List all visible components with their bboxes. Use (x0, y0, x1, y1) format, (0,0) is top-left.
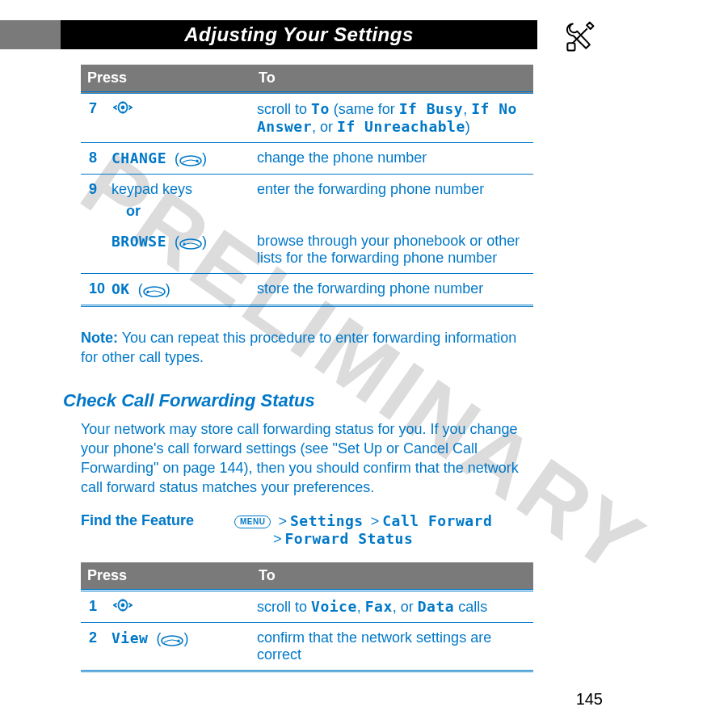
press-cell: View ( ) (107, 622, 252, 671)
table-row: 2 View ( ) confirm that the network sett… (81, 622, 533, 671)
menu-item: Fax (365, 598, 393, 615)
to-cell: change the phone number (252, 143, 533, 175)
press-cell: OK ( ) (107, 274, 252, 306)
to-cell: confirm that the network settings are co… (252, 622, 533, 671)
svg-point-3 (122, 106, 124, 108)
menu-item: Voice (311, 598, 357, 615)
find-the-feature: Find the Feature MENU >Settings >Call Fo… (81, 512, 533, 548)
steps-table-1: Press To 7 (81, 65, 533, 307)
page-number: 145 (576, 690, 603, 709)
gt: > (270, 531, 285, 547)
menu-item: Call Forward (382, 512, 492, 529)
softkey-left-icon (143, 284, 166, 296)
step-number: 8 (81, 143, 107, 175)
press-cell (107, 590, 252, 622)
col-press: Press (81, 562, 252, 591)
softkey-right-icon (161, 633, 183, 645)
text: scroll to (257, 599, 311, 615)
body-text: Your network may store call forwarding s… (81, 419, 533, 498)
step-number: 10 (81, 274, 107, 306)
text: , or (393, 599, 418, 615)
text: calls (454, 599, 487, 615)
table-row: 7 (81, 93, 533, 143)
menu-item: If Busy (399, 100, 463, 117)
svg-point-13 (178, 639, 180, 642)
step-number: 1 (81, 590, 107, 622)
nav-key-icon (112, 599, 134, 616)
note-text: You can repeat this procedure to enter f… (81, 330, 516, 365)
text: ) (465, 119, 470, 135)
menu-item: Data (418, 598, 454, 615)
ftf-path: MENU >Settings >Call Forward >Forward St… (234, 512, 492, 548)
menu-key-icon: MENU (234, 515, 271, 528)
col-to: To (252, 65, 533, 93)
text: (same for (330, 101, 399, 117)
gt: > (275, 513, 290, 529)
steps-table-2: Press To 1 (81, 562, 533, 672)
to-cell: store the forwarding phone number (252, 274, 533, 306)
press-cell: BROWSE ( ) (107, 226, 252, 274)
menu-item: Settings (290, 512, 364, 529)
softkey-label: OK (112, 280, 130, 297)
svg-point-5 (196, 160, 198, 162)
softkey-label: CHANGE (112, 149, 166, 166)
step-number: 7 (81, 93, 107, 143)
ftf-label: Find the Feature (81, 512, 234, 548)
or-label: or (112, 198, 247, 220)
table-row: 1 (81, 590, 533, 622)
svg-point-11 (122, 604, 124, 606)
press-cell: keypad keys or (107, 175, 252, 227)
col-to: To (252, 562, 533, 591)
text: , (463, 101, 471, 117)
text: scroll to (257, 101, 311, 117)
press-label: keypad keys (112, 181, 192, 197)
gt: > (368, 513, 383, 529)
step-number: 9 (81, 175, 107, 274)
table-row: 9 keypad keys or enter the forwarding ph… (81, 175, 533, 227)
table-row: BROWSE ( ) browse through your phonebook… (81, 226, 533, 274)
press-cell: CHANGE ( ) (107, 143, 252, 175)
to-cell: enter the forwarding phone number (252, 175, 533, 227)
table-row: 10 OK ( ) store the forwarding phone num… (81, 274, 533, 306)
press-cell (107, 93, 252, 143)
menu-item: If Unreachable (337, 118, 465, 135)
softkey-left-icon (179, 237, 202, 248)
page-title: Adjusting Your Settings (61, 20, 537, 49)
menu-item: Forward Status (285, 530, 414, 547)
header: Adjusting Your Settings (0, 18, 728, 53)
col-press: Press (81, 65, 252, 93)
softkey-label: BROWSE (112, 233, 166, 250)
svg-rect-1 (567, 43, 574, 50)
to-cell: scroll to Voice, Fax, or Data calls (252, 590, 533, 622)
to-cell: scroll to To (same for If Busy, If No An… (252, 93, 533, 143)
note-label: Note: (81, 330, 118, 346)
tools-icon (562, 18, 597, 57)
to-cell: browse through your phonebook or other l… (252, 226, 533, 274)
step-number: 2 (81, 622, 107, 671)
svg-point-7 (183, 243, 185, 246)
text: , (357, 599, 365, 615)
svg-point-9 (146, 291, 149, 293)
softkey-right-icon (179, 154, 202, 165)
text: , or (312, 119, 337, 135)
note: Note: You can repeat this procedure to e… (81, 328, 533, 368)
softkey-label: View (112, 629, 148, 646)
menu-item: To (311, 100, 330, 117)
nav-key-icon (112, 101, 134, 118)
section-heading: Check Call Forwarding Status (63, 390, 533, 411)
header-accent (0, 20, 63, 49)
table-row: 8 CHANGE ( ) change the phone number (81, 143, 533, 175)
